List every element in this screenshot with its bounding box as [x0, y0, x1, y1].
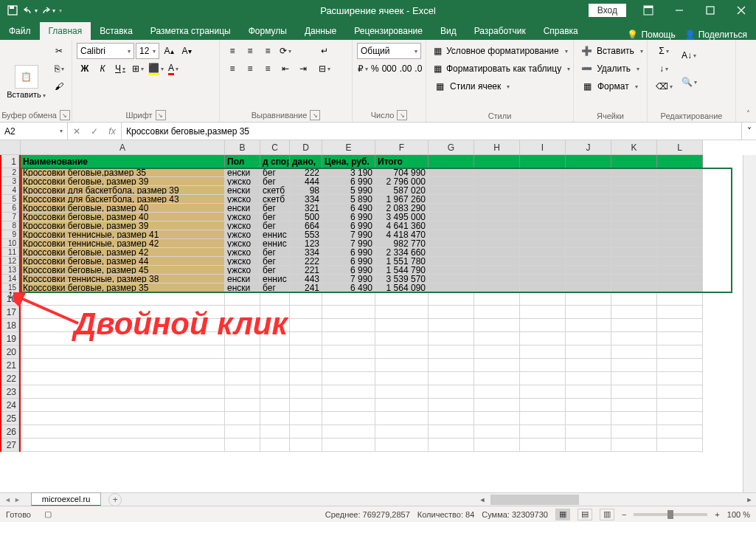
cell[interactable] — [260, 412, 290, 425]
tab-view[interactable]: Вид — [431, 22, 465, 40]
cell[interactable] — [566, 283, 611, 292]
cell[interactable]: ужско — [225, 177, 260, 186]
cell[interactable] — [375, 319, 429, 332]
cell[interactable]: 6 990 — [322, 177, 375, 186]
row-header-13[interactable]: 13 — [1, 266, 19, 275]
hscroll-thumb[interactable] — [490, 495, 579, 505]
align-bottom-icon[interactable]: ≡ — [260, 43, 276, 59]
cell[interactable] — [657, 204, 703, 213]
cell[interactable] — [260, 306, 290, 319]
cell[interactable] — [474, 372, 520, 385]
cell[interactable] — [657, 319, 703, 332]
cell[interactable]: 6 990 — [322, 257, 375, 266]
cell[interactable] — [520, 168, 566, 177]
cell[interactable]: Кроссовки беговые, размер 39 — [21, 221, 225, 230]
cell[interactable]: 321 — [290, 204, 322, 213]
col-header-C[interactable]: C — [260, 140, 290, 155]
cell[interactable] — [566, 306, 611, 319]
cell[interactable] — [657, 359, 703, 372]
cell-styles-button[interactable]: ▦Стили ячеек▾ — [431, 78, 569, 94]
cell[interactable]: Кроссовки теннисные, размер 38 — [21, 275, 225, 283]
cell[interactable] — [290, 292, 322, 306]
cell[interactable] — [375, 345, 429, 359]
row-header-12[interactable]: 12 — [1, 257, 19, 266]
cell[interactable]: 7 990 — [322, 230, 375, 239]
col-header-K[interactable]: K — [611, 140, 657, 155]
row-header-9[interactable]: 9 — [1, 230, 19, 239]
cell[interactable] — [566, 345, 611, 359]
row-header-19[interactable]: 19 — [1, 332, 19, 345]
cell[interactable] — [429, 266, 474, 275]
cell[interactable] — [566, 319, 611, 332]
cell[interactable]: ужско — [225, 195, 260, 204]
cell[interactable] — [566, 399, 611, 412]
cell[interactable] — [474, 275, 520, 283]
cell[interactable]: 664 — [290, 221, 322, 230]
cell[interactable] — [566, 372, 611, 385]
align-center-icon[interactable]: ≡ — [242, 61, 258, 77]
row-header-22[interactable]: 22 — [1, 372, 19, 385]
fill-icon[interactable]: ↓▾ — [652, 61, 676, 77]
cell[interactable] — [375, 399, 429, 412]
cell[interactable] — [566, 439, 611, 452]
cell[interactable] — [225, 439, 260, 452]
cell[interactable] — [520, 266, 566, 275]
cell[interactable] — [260, 385, 290, 399]
font-launcher-icon[interactable]: ↘ — [156, 110, 166, 120]
cell[interactable] — [657, 412, 703, 425]
cell[interactable]: ужско — [225, 266, 260, 275]
cell[interactable] — [375, 359, 429, 372]
sort-filter-icon[interactable]: A↓▾ — [679, 43, 699, 68]
cell[interactable] — [225, 345, 260, 359]
cell[interactable]: 2 334 660 — [375, 248, 429, 257]
cell[interactable]: 500 — [290, 213, 322, 221]
cell[interactable]: Итого — [375, 155, 429, 168]
scroll-right-icon[interactable]: ► — [743, 493, 756, 506]
cell[interactable] — [474, 168, 520, 177]
cell[interactable] — [429, 292, 474, 306]
cell[interactable] — [322, 399, 375, 412]
cell[interactable] — [322, 412, 375, 425]
tab-formulas[interactable]: Формулы — [240, 22, 296, 40]
cell[interactable] — [611, 195, 657, 204]
font-size-combo[interactable]: 12▾ — [136, 43, 159, 59]
col-header-E[interactable]: E — [322, 140, 375, 155]
view-layout-icon[interactable]: ▤ — [578, 509, 592, 520]
row-header-16[interactable]: 16 — [1, 292, 19, 306]
cell[interactable] — [611, 439, 657, 452]
cell[interactable] — [566, 292, 611, 306]
cell[interactable] — [611, 412, 657, 425]
cell[interactable]: Кроссовки теннисные, размер 42 — [21, 239, 225, 248]
bold-button[interactable]: Ж — [77, 61, 93, 77]
cell[interactable] — [474, 186, 520, 195]
cell[interactable] — [520, 412, 566, 425]
cell[interactable]: енски — [225, 275, 260, 283]
copy-icon[interactable]: ⎘▾ — [51, 61, 67, 77]
share-button[interactable]: 👤Поделиться — [684, 30, 747, 40]
cell[interactable]: 982 770 — [375, 239, 429, 248]
cell[interactable]: 123 — [290, 239, 322, 248]
cell[interactable]: 334 — [290, 195, 322, 204]
cell[interactable] — [611, 319, 657, 332]
percent-icon[interactable]: % — [370, 61, 380, 77]
cell[interactable] — [611, 275, 657, 283]
tab-file[interactable]: Файл — [0, 22, 40, 40]
cell[interactable] — [225, 292, 260, 306]
cell[interactable]: бег — [260, 213, 290, 221]
cell[interactable] — [474, 177, 520, 186]
cell[interactable] — [611, 332, 657, 345]
cell[interactable] — [566, 275, 611, 283]
cell[interactable]: 704 990 — [375, 168, 429, 177]
cell[interactable] — [474, 425, 520, 439]
cell[interactable] — [429, 306, 474, 319]
cell[interactable] — [520, 292, 566, 306]
cell[interactable]: енски — [225, 283, 260, 292]
cell[interactable] — [657, 239, 703, 248]
cell[interactable] — [21, 345, 225, 359]
cell[interactable] — [225, 399, 260, 412]
cell[interactable] — [520, 230, 566, 239]
row-header-3[interactable]: 3 — [1, 177, 19, 186]
zoom-out-icon[interactable]: − — [622, 510, 626, 519]
col-header-I[interactable]: I — [520, 140, 566, 155]
cell[interactable] — [429, 359, 474, 372]
